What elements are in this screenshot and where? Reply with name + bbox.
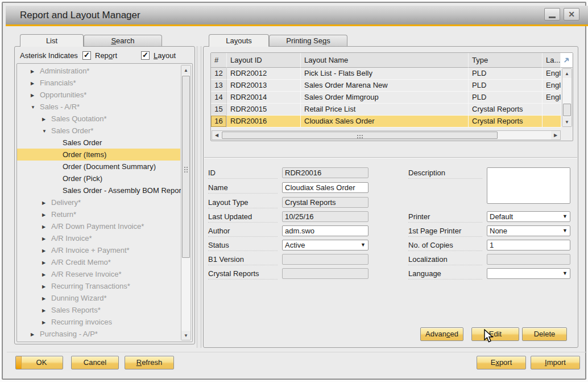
tree-collapsed-arrow-icon[interactable]: ▶ — [42, 221, 51, 233]
column-header-layout-name[interactable]: Layout Name — [301, 53, 469, 68]
cell-type[interactable]: PLD — [469, 68, 543, 80]
tree-item-sales-quotation[interactable]: ▶Sales Quotation* — [17, 113, 180, 125]
column-header-layout-id[interactable]: Layout ID — [227, 53, 301, 68]
tree-collapsed-arrow-icon[interactable]: ▶ — [42, 257, 51, 269]
refresh-button[interactable]: Refresh — [125, 356, 174, 369]
tab-search[interactable]: Search — [84, 35, 162, 46]
tree-item-sales-order[interactable]: Sales Order — [17, 137, 180, 149]
status-dropdown[interactable]: Active▼ — [282, 240, 368, 250]
cell-layout-id[interactable]: RDR20013 — [227, 80, 301, 92]
title-bar[interactable]: Report and Layout Manager — [6, 6, 588, 24]
table-row[interactable]: 13RDR20013Sales Order Marena NewPLDEngli… — [211, 80, 561, 92]
column-header-num[interactable]: # — [211, 53, 227, 68]
scroll-down-icon[interactable]: ▼ — [562, 117, 572, 126]
tree-item-return[interactable]: ▶Return* — [17, 208, 180, 220]
table-scrollbar-thumb[interactable] — [563, 104, 571, 116]
tree-item-a-r-credit-memo[interactable]: ▶A/R Credit Memo* — [17, 256, 180, 268]
tab-printing-seqs[interactable]: Printing Seqs — [269, 35, 347, 46]
scroll-right-icon[interactable]: ▶ — [551, 131, 560, 139]
cell-language[interactable]: English — [543, 92, 561, 104]
tree-scrollbar[interactable]: ▲ ▼ — [181, 65, 191, 340]
cell-type[interactable]: Crystal Reports — [469, 104, 543, 116]
tree-item-recurring-transactions[interactable]: ▶Recurring Transactions* — [17, 280, 180, 292]
tree-item-sales-a-r[interactable]: ▼Sales - A/R* — [17, 101, 180, 113]
cell-type[interactable]: PLD — [469, 92, 543, 104]
cell-type[interactable]: Crystal Reports — [469, 116, 543, 128]
cell-layout-id[interactable]: RDR20016 — [227, 116, 301, 128]
column-header-type[interactable]: Type — [469, 53, 543, 68]
cell-layout-id[interactable]: RDR20015 — [227, 104, 301, 116]
tree-item-dunning-wizard[interactable]: ▶Dunning Wizard* — [17, 292, 180, 304]
cell-layout-name[interactable]: Sales Order Mimgroup — [301, 92, 469, 104]
table-vertical-scrollbar[interactable]: ▲ ▼ — [562, 68, 572, 127]
cell-language[interactable] — [543, 116, 561, 128]
tree-item-a-r-invoice-payment[interactable]: ▶A/R Invoice + Payment* — [17, 244, 180, 256]
cell-num[interactable]: 16 — [211, 116, 227, 128]
scroll-up-icon[interactable]: ▲ — [562, 69, 572, 78]
1st-page-printer-dropdown[interactable]: None▼ — [487, 225, 570, 236]
cell-num[interactable]: 14 — [211, 92, 227, 104]
tree-item-order-items[interactable]: Order (Items) — [17, 149, 180, 161]
author-input[interactable] — [282, 225, 368, 236]
tree-item-recurring-invoices[interactable]: ▶Recurring invoices — [17, 316, 180, 328]
table-hscrollbar-thumb[interactable] — [222, 132, 498, 139]
tree-collapsed-arrow-icon[interactable]: ▶ — [42, 245, 51, 257]
cell-layout-name[interactable]: Cloudiax Sales Order — [301, 116, 469, 128]
language-dropdown[interactable]: ▼ — [487, 268, 570, 279]
tree-collapsed-arrow-icon[interactable]: ▶ — [42, 209, 51, 221]
tree-item-financials[interactable]: ▶Financials* — [17, 77, 180, 89]
panel-splitter[interactable] — [197, 46, 201, 348]
tree-item-purchasing-a-p[interactable]: ▶Purchasing - A/P* — [17, 328, 180, 340]
name-input[interactable] — [282, 182, 368, 193]
tree-item-sales-order-assembly-bom-report[interactable]: Sales Order - Assembly BOM Report — [17, 184, 180, 196]
table-row[interactable]: 12RDR20012Pick List - Flats BellyPLDEngl… — [211, 68, 561, 80]
import-button[interactable]: Import — [531, 356, 580, 369]
cell-language[interactable]: English — [543, 68, 561, 80]
delete-button[interactable]: Delete — [522, 327, 567, 341]
close-button[interactable]: ✕ — [564, 8, 579, 20]
tree-item-delivery[interactable]: ▶Delivery* — [17, 196, 180, 208]
cell-layout-name[interactable]: Pick List - Flats Belly — [301, 68, 469, 80]
tree-expanded-arrow-icon[interactable]: ▼ — [31, 101, 40, 113]
tree-collapsed-arrow-icon[interactable]: ▶ — [31, 77, 40, 89]
tree-item-sales-order[interactable]: ▼Sales Order* — [17, 125, 180, 137]
tree-collapsed-arrow-icon[interactable]: ▶ — [42, 269, 51, 281]
cell-language[interactable] — [543, 104, 561, 116]
scroll-down-icon[interactable]: ▼ — [181, 331, 191, 340]
tree-collapsed-arrow-icon[interactable]: ▶ — [42, 233, 51, 245]
tree-collapsed-arrow-icon[interactable]: ▶ — [42, 305, 51, 317]
ok-button[interactable]: OK — [15, 356, 63, 369]
cancel-button[interactable]: Cancel — [71, 356, 119, 369]
tree-scrollbar-thumb[interactable] — [182, 76, 190, 258]
layout-checkbox[interactable]: ✓ — [141, 51, 150, 60]
tree-item-sales-reports[interactable]: ▶Sales Reports* — [17, 304, 180, 316]
table-row[interactable]: 15RDR20015Retail Price ListCrystal Repor… — [211, 104, 561, 116]
cell-num[interactable]: 15 — [211, 104, 227, 116]
table-row[interactable]: 14RDR20014Sales Order MimgroupPLDEnglish — [211, 92, 561, 104]
tree-item-order-pick[interactable]: Order (Pick) — [17, 172, 180, 184]
scroll-up-icon[interactable]: ▲ — [181, 65, 191, 75]
no-of-copies-input[interactable] — [487, 240, 570, 250]
tree-item-a-r-invoice[interactable]: ▶A/R Invoice* — [17, 232, 180, 244]
tree-collapsed-arrow-icon[interactable]: ▶ — [42, 197, 51, 209]
tree-item-a-r-reserve-invoice[interactable]: ▶A/R Reserve Invoice* — [17, 268, 180, 280]
tree-collapsed-arrow-icon[interactable]: ▶ — [31, 65, 40, 77]
tree-expanded-arrow-icon[interactable]: ▼ — [42, 125, 51, 137]
cell-num[interactable]: 12 — [211, 68, 227, 80]
column-header-language[interactable]: La... — [543, 53, 561, 68]
tree-collapsed-arrow-icon[interactable]: ▶ — [42, 293, 51, 305]
cell-language[interactable]: English — [543, 80, 561, 92]
edit-button[interactable]: Edit — [471, 327, 519, 341]
table-horizontal-scrollbar[interactable]: ◀ ▶ — [212, 130, 561, 140]
minimize-button[interactable] — [544, 8, 560, 20]
table-row[interactable]: 16RDR20016Cloudiax Sales OrderCrystal Re… — [211, 116, 561, 128]
cell-layout-name[interactable]: Retail Price List — [301, 104, 469, 116]
report-checkbox[interactable]: ✓ — [82, 51, 91, 60]
advanced-button[interactable]: Advanced — [420, 327, 463, 341]
cell-num[interactable]: 13 — [211, 80, 227, 92]
expand-table-button[interactable] — [561, 53, 573, 68]
cell-type[interactable]: PLD — [469, 80, 543, 92]
tab-layouts[interactable]: Layouts — [209, 34, 269, 47]
export-button[interactable]: Export — [477, 356, 526, 369]
tree-collapsed-arrow-icon[interactable]: ▶ — [31, 328, 40, 340]
